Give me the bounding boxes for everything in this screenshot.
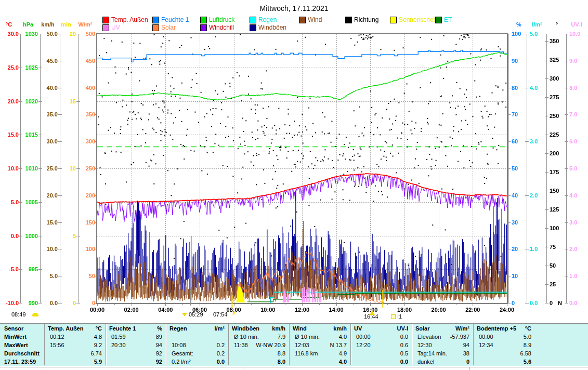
sunshine-axis-tick-label: 0 xyxy=(55,300,76,306)
stats-cell-value: 92 xyxy=(156,349,162,358)
stats-cell-label: 20:30 xyxy=(111,341,126,349)
stats-cell-label: 00:00 xyxy=(356,333,371,341)
sunshine-axis-tick-label: 15 xyxy=(55,98,76,104)
stats-cell-value: 6.74 xyxy=(91,349,102,358)
stats-cell-label: 116.8 km xyxy=(295,349,318,358)
stats-sensor-unit: km/h xyxy=(272,324,285,333)
humidity-axis-tick-label: 70 xyxy=(512,111,532,117)
uv-axis-tick-label: 4.0 xyxy=(569,192,588,199)
stats-cell-value: N 13.7 xyxy=(330,341,347,349)
x-axis-tick-label: 18:00 xyxy=(393,307,416,313)
stats-cell-value: 8.9 xyxy=(524,341,531,349)
stats-row-label: MinWert xyxy=(4,333,27,341)
stats-column-1: Temp. Außen°C00:124.815:569.26.745.9 xyxy=(45,324,106,366)
windspeed-axis-tick-label: 5.0 xyxy=(37,273,58,279)
direction-axis-tick-label: 150 xyxy=(550,188,570,194)
stats-cell-value: 89 xyxy=(156,333,162,341)
humidity-axis-tick-label: 50 xyxy=(512,165,532,171)
direction-axis-tick-label: 100 xyxy=(550,225,570,231)
stats-cell-label: dunkel xyxy=(417,358,434,366)
stats-cell-value: 9.2 xyxy=(94,341,102,349)
stats-row-label: Durchschnitt xyxy=(4,349,40,358)
stats-sensor-unit: l/m² xyxy=(214,324,225,333)
stats-sensor-unit: °C xyxy=(525,324,531,333)
legend-item-et: ET xyxy=(444,17,452,23)
stats-sensor-name: Regen xyxy=(169,324,187,333)
stats-cell-value: 0.0 xyxy=(400,358,408,366)
stats-cell-value: 38 xyxy=(463,349,469,358)
stats-cell-label: 00:00 xyxy=(479,333,493,341)
stats-cell-label: Tag:14 min. xyxy=(417,349,447,358)
stats-cell-value: 0.0 xyxy=(400,333,408,341)
windspeed-axis-tick-label: 50.0 xyxy=(37,31,58,37)
temp-axis-tick-label: 5.0 xyxy=(0,199,19,205)
legend-color-box-feuchte-1 xyxy=(152,17,159,23)
status-bar-tick xyxy=(46,367,46,370)
stats-table: SensorMinWertMaxWertDurchschnitt17.11. 2… xyxy=(0,323,588,366)
humidity-axis-tick-label: 60 xyxy=(512,138,532,144)
rain-axis-tick-label: 5.0 xyxy=(530,31,551,37)
stats-cell-value: 4.0 xyxy=(339,333,347,341)
windspeed-axis-tick-label: 45.0 xyxy=(37,58,58,64)
stats-cell-value: 5.6 xyxy=(524,358,531,366)
status-bar-tick xyxy=(469,367,470,370)
temp-axis-tick-label: 10.0 xyxy=(0,165,19,171)
stats-cell-value: 94 xyxy=(156,341,162,349)
rain-axis-tick-label: 2.0 xyxy=(530,192,551,199)
temp-axis-tick-label: 15.0 xyxy=(0,131,19,138)
stats-cell-value: 0.2 xyxy=(217,341,225,349)
temp-axis-tick-label: -5.0 xyxy=(0,266,19,272)
stats-cell-value: 5.0 xyxy=(524,333,531,341)
uv-axis-tick-label: 3.0 xyxy=(569,219,588,226)
direction-axis-tick-label: 175 xyxy=(550,169,570,175)
legend-color-box-uv xyxy=(102,24,109,31)
stats-cell-label: 0.2 l/m² xyxy=(172,358,191,366)
legend-color-box-windchill xyxy=(200,24,207,31)
direction-axis-tick-label: 200 xyxy=(550,150,570,156)
stats-column-3: Regenl/m²10:080.2Gesamt:0.20.2 l/m²0.0 xyxy=(166,324,229,366)
moon-icon xyxy=(32,313,38,316)
solar-axis-tick-label: 300 xyxy=(74,138,95,144)
stats-cell-label: 12:34 xyxy=(479,341,493,349)
stats-row-label: Sensor xyxy=(4,324,23,333)
windspeed-axis-tick-label: 0.0 xyxy=(37,300,58,306)
stats-sensor-name: Wind xyxy=(293,324,307,333)
windspeed-axis-tick-label: 10.0 xyxy=(37,246,58,252)
stats-cell-label: 01:59 xyxy=(111,333,126,341)
stats-cell-value: 0 xyxy=(466,358,469,366)
legend-color-box-wind xyxy=(299,17,306,23)
legend-item-solar: Solar xyxy=(161,24,176,31)
humidity-axis-tick-label: 30 xyxy=(512,219,532,226)
stats-cell-value: W-NW 20.9 xyxy=(256,341,285,349)
pressure-axis-tick-label: 1000 xyxy=(17,233,38,239)
sunshine-axis-tick-label: 20 xyxy=(55,31,76,37)
sunrise-time-label: 07:54 xyxy=(213,311,228,318)
stats-column-7: SolarW/m²Elevation-57.93712:3094Tag:14 m… xyxy=(412,324,474,366)
stats-cell-value: -57.937 xyxy=(450,333,469,341)
solar-axis-tick-label: 150 xyxy=(74,219,95,226)
x-axis-tick-label: 14:00 xyxy=(325,307,348,313)
stats-cell-value: 0.0 xyxy=(217,358,225,366)
uv-axis-tick-label: 1.0 xyxy=(569,273,588,279)
stats-cell-value: 8.0 xyxy=(278,358,285,366)
wswin-weather-chart-window: Mittwoch, 17.11.2021 Temp. AußenFeuchte … xyxy=(0,0,588,370)
solar-axis-tick-label: 100 xyxy=(74,246,95,252)
chart-plot-canvas[interactable] xyxy=(0,0,588,370)
legend-item-temp-aussen: Temp. Außen xyxy=(111,17,148,23)
legend-item-wind: Wind xyxy=(308,17,322,23)
pressure-axis-tick-label: 990 xyxy=(17,300,38,306)
stats-cell-value: 94 xyxy=(463,341,469,349)
uv-axis-tick-label: 5.0 xyxy=(569,165,588,171)
stats-column-separator xyxy=(350,324,351,365)
legend-item-richtung: Richtung xyxy=(354,17,378,23)
direction-axis-tick-label: 250 xyxy=(550,113,570,119)
x-axis-tick-label: 24:00 xyxy=(495,307,518,313)
uv-axis-tick-label: 9.0 xyxy=(569,58,588,64)
direction-axis-tick-label: 325 xyxy=(550,57,570,63)
stats-sensor-name: Feuchte 1 xyxy=(109,324,136,333)
legend-item-regen: Regen xyxy=(258,17,277,23)
stats-sensor-unit: km/h xyxy=(333,324,347,333)
direction-axis-tick-label: 125 xyxy=(550,206,570,213)
stats-sensor-name: Windböen xyxy=(232,324,259,333)
moonset-time-label: 05:29 xyxy=(189,311,203,318)
